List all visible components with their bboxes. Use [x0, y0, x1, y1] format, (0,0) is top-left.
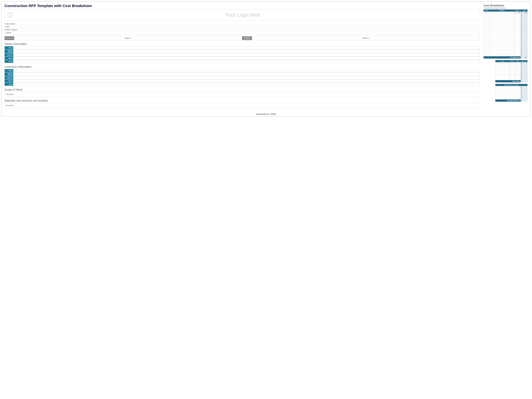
contractor-contact-input[interactable] — [13, 72, 480, 76]
misc-desc-cell[interactable] — [495, 88, 521, 90]
labor-labor-cell[interactable] — [495, 64, 510, 67]
materials-qty-cell[interactable] — [484, 50, 490, 52]
materials-rate-cell[interactable] — [514, 47, 521, 50]
materials-rate-cell[interactable] — [514, 27, 521, 30]
materials-qty-cell[interactable] — [484, 47, 490, 50]
materials-material-cell[interactable] — [490, 36, 514, 39]
labor-rate-cell[interactable] — [515, 71, 521, 73]
contractor-address-input[interactable] — [13, 76, 480, 79]
labor-hours-cell[interactable] — [510, 69, 515, 71]
materials-material-cell[interactable] — [490, 43, 514, 45]
materials-material-cell[interactable] — [490, 23, 514, 25]
materials-material-cell[interactable] — [490, 27, 514, 30]
owner-address-input[interactable] — [13, 53, 480, 57]
materials-material-cell[interactable] — [490, 54, 514, 56]
materials-rate-cell[interactable] — [514, 41, 521, 43]
materials-material-cell[interactable] — [490, 41, 514, 43]
materials-qty-cell[interactable] — [484, 45, 490, 47]
labor-labor-cell[interactable] — [495, 69, 510, 71]
materials-qty-cell[interactable] — [484, 34, 490, 36]
materials-rate-cell[interactable] — [514, 16, 521, 18]
materials-rate-cell[interactable] — [514, 30, 521, 32]
labor-hours-cell[interactable] — [510, 64, 515, 67]
logo-placeholder[interactable]: Your Logo Here — [5, 9, 480, 21]
owner-contact-input[interactable] — [13, 49, 480, 53]
labor-rate-cell[interactable] — [515, 64, 521, 67]
labor-labor-cell[interactable] — [495, 78, 510, 80]
contractor-phone-input[interactable] — [13, 79, 480, 83]
materials-material-cell[interactable] — [490, 32, 514, 34]
labor-rate-cell[interactable] — [515, 73, 521, 76]
misc-desc-cell[interactable] — [495, 86, 521, 88]
materials-qty-cell[interactable] — [484, 43, 490, 45]
labor-rate-cell[interactable] — [515, 67, 521, 69]
materials-material-cell[interactable] — [490, 34, 514, 36]
materials-material-cell[interactable] — [490, 39, 514, 41]
scope-description-input[interactable]: Description — [5, 92, 480, 97]
materials-qty-cell[interactable] — [484, 23, 490, 25]
materials-rate-cell[interactable] — [514, 18, 521, 21]
materials-services-input[interactable]: Description — [5, 103, 480, 108]
materials-rate-cell[interactable] — [514, 36, 521, 39]
materials-material-cell[interactable] — [490, 30, 514, 32]
materials-material-cell[interactable] — [490, 45, 514, 47]
labor-hours-cell[interactable] — [510, 76, 515, 78]
labor-labor-cell[interactable] — [495, 62, 510, 64]
materials-qty-cell[interactable] — [484, 18, 490, 21]
materials-rate-cell[interactable] — [514, 43, 521, 45]
labor-labor-cell[interactable] — [495, 71, 510, 73]
materials-material-cell[interactable] — [490, 47, 514, 50]
materials-qty-cell[interactable] — [484, 30, 490, 32]
materials-material-cell[interactable] — [490, 25, 514, 27]
misc-desc-cell[interactable] — [495, 90, 521, 93]
materials-qty-cell[interactable] — [484, 54, 490, 56]
materials-qty-cell[interactable] — [484, 32, 490, 34]
estimated-start-input[interactable]: MM/DD/YY — [14, 36, 242, 40]
materials-material-cell[interactable] — [490, 21, 514, 23]
materials-rate-cell[interactable] — [514, 45, 521, 47]
materials-rate-cell[interactable] — [514, 52, 521, 54]
materials-rate-cell[interactable] — [514, 39, 521, 41]
project-name-input[interactable]: Name — [5, 25, 480, 28]
materials-qty-cell[interactable]: 1 — [484, 12, 490, 14]
materials-rate-cell[interactable]: $2.00 — [514, 12, 521, 14]
materials-qty-cell[interactable] — [484, 52, 490, 54]
misc-desc-cell[interactable] — [495, 95, 521, 97]
materials-qty-cell[interactable] — [484, 41, 490, 43]
labor-labor-cell[interactable] — [495, 67, 510, 69]
materials-rate-cell[interactable] — [514, 54, 521, 56]
materials-qty-cell[interactable] — [484, 16, 490, 18]
labor-rate-cell[interactable] — [515, 69, 521, 71]
project-location-input[interactable]: Location — [5, 31, 480, 34]
labor-hours-cell[interactable] — [510, 71, 515, 73]
materials-rate-cell[interactable] — [514, 21, 521, 23]
materials-qty-cell[interactable] — [484, 14, 490, 16]
materials-rate-cell[interactable] — [514, 14, 521, 16]
materials-qty-cell[interactable] — [484, 36, 490, 39]
materials-material-cell[interactable] — [490, 12, 514, 14]
materials-qty-cell[interactable] — [484, 25, 490, 27]
materials-material-cell[interactable] — [490, 52, 514, 54]
materials-qty-cell[interactable] — [484, 21, 490, 23]
labor-rate-cell[interactable] — [515, 62, 521, 64]
estimated-completion-input[interactable]: MM/DD/YY — [252, 36, 480, 40]
misc-desc-cell[interactable] — [495, 97, 521, 99]
materials-rate-cell[interactable] — [514, 32, 521, 34]
materials-qty-cell[interactable] — [484, 39, 490, 41]
labor-hours-cell[interactable] — [510, 78, 515, 80]
materials-rate-cell[interactable] — [514, 50, 521, 52]
contractor-email-input[interactable] — [13, 83, 480, 86]
misc-desc-cell[interactable] — [495, 93, 521, 95]
materials-material-cell[interactable] — [490, 18, 514, 21]
owner-name-input[interactable] — [13, 46, 480, 49]
owner-email-input[interactable] — [13, 60, 480, 63]
materials-material-cell[interactable] — [490, 50, 514, 52]
owner-phone-input[interactable] — [13, 57, 480, 60]
labor-rate-cell[interactable] — [515, 78, 521, 80]
labor-hours-cell[interactable] — [510, 67, 515, 69]
materials-rate-cell[interactable] — [514, 23, 521, 25]
labor-labor-cell[interactable] — [495, 73, 510, 76]
materials-qty-cell[interactable] — [484, 27, 490, 30]
contractor-name-input[interactable] — [13, 69, 480, 72]
labor-labor-cell[interactable] — [495, 76, 510, 78]
